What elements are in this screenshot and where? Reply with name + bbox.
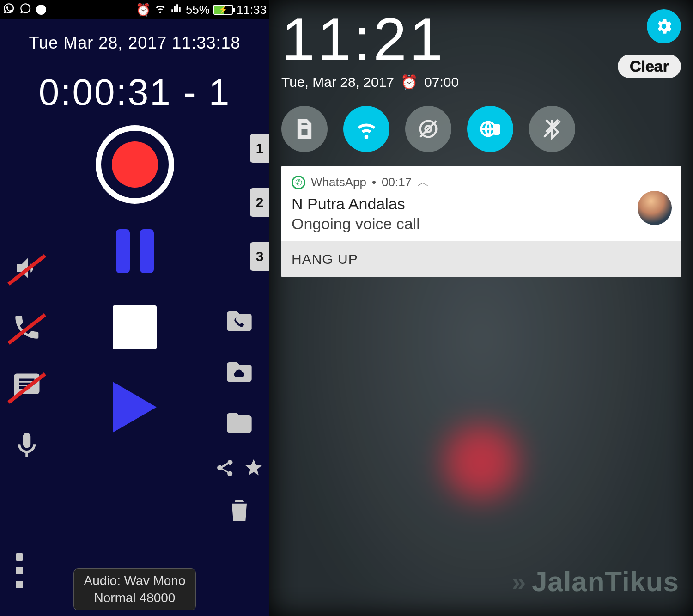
chevron-up-icon[interactable]: ︿	[417, 174, 429, 190]
favorite-button[interactable]	[243, 457, 264, 480]
shade-date-row: Tue, Mar 28, 2017 ⏰ 07:00	[281, 74, 681, 90]
elapsed-time: 0:00:31 - 1	[0, 71, 269, 114]
qs-bluetooth-toggle[interactable]	[529, 106, 575, 152]
folder-button[interactable]	[221, 407, 257, 439]
record-button[interactable]	[96, 125, 174, 204]
notif-app-name: WhatsApp	[311, 175, 366, 189]
recording-datetime: Tue Mar 28, 2017 11:33:18	[0, 33, 269, 53]
watermark: » JalanTikus	[512, 566, 679, 598]
shade-date: Tue, Mar 28, 2017	[281, 74, 394, 90]
alarm-time: 07:00	[424, 74, 459, 90]
share-button[interactable]	[215, 457, 235, 480]
watermark-icon: »	[512, 567, 526, 596]
watermark-text: JalanTikus	[532, 566, 679, 598]
side-tab-2[interactable]: 2	[250, 188, 269, 217]
audio-settings-pill[interactable]: Audio: Wav Mono Normal 48000	[73, 568, 196, 610]
caller-avatar	[638, 191, 672, 225]
notif-duration: 00:17	[382, 175, 412, 189]
message-toggle[interactable]	[8, 370, 45, 403]
side-tab-3[interactable]: 3	[250, 242, 269, 271]
hang-up-button[interactable]: HANG UP	[281, 241, 681, 277]
pause-button[interactable]	[116, 229, 154, 273]
play-button[interactable]	[113, 382, 157, 433]
trash-button[interactable]	[221, 498, 257, 521]
notification-shade-screen: » JalanTikus 11:21 Clear Tue, Mar 28, 20…	[269, 0, 693, 616]
qs-location-toggle[interactable]	[405, 106, 451, 152]
gear-icon	[654, 17, 674, 36]
notif-caller-name: N Putra Andalas	[292, 195, 671, 213]
side-tab-1[interactable]: 1	[250, 134, 269, 163]
signal-icon	[170, 2, 182, 18]
qs-data-toggle[interactable]	[467, 106, 513, 152]
status-time: 11:33	[237, 3, 267, 17]
status-bar: ⏰ 55% ⚡ 11:33	[0, 0, 269, 19]
whatsapp-icon	[3, 2, 15, 18]
alarm-icon: ⏰	[136, 3, 151, 17]
audio-line2: Normal 48000	[84, 590, 186, 606]
record-icon	[112, 141, 158, 188]
battery-percent: 55%	[186, 3, 210, 17]
audio-line1: Audio: Wav Mono	[84, 573, 186, 589]
battery-icon: ⚡	[213, 5, 233, 15]
mic-toggle[interactable]	[8, 429, 45, 462]
notif-subtitle: Ongoing voice call	[292, 215, 671, 233]
stop-button[interactable]	[113, 305, 157, 349]
alarm-icon: ⏰	[401, 74, 418, 90]
whatsapp-icon	[19, 2, 31, 18]
speaker-toggle[interactable]	[8, 252, 45, 284]
notification-dot-icon	[36, 5, 46, 15]
whatsapp-icon: ✆	[292, 176, 305, 189]
qs-sim-toggle[interactable]	[281, 106, 328, 152]
wifi-icon	[154, 2, 166, 18]
clear-button[interactable]: Clear	[618, 55, 681, 78]
svg-rect-4	[494, 125, 499, 134]
qs-wifi-toggle[interactable]	[343, 106, 389, 152]
call-toggle[interactable]	[8, 311, 45, 343]
cloud-folder-button[interactable]	[221, 356, 257, 388]
recorder-screen: ⏰ 55% ⚡ 11:33 Tue Mar 28, 2017 11:33:18 …	[0, 0, 269, 616]
settings-button[interactable]	[647, 9, 681, 43]
whatsapp-call-notification[interactable]: ✆ WhatsApp • 00:17 ︿ N Putra Andalas Ong…	[281, 166, 681, 277]
more-menu-button[interactable]	[16, 553, 23, 588]
call-folder-button[interactable]	[221, 305, 257, 337]
